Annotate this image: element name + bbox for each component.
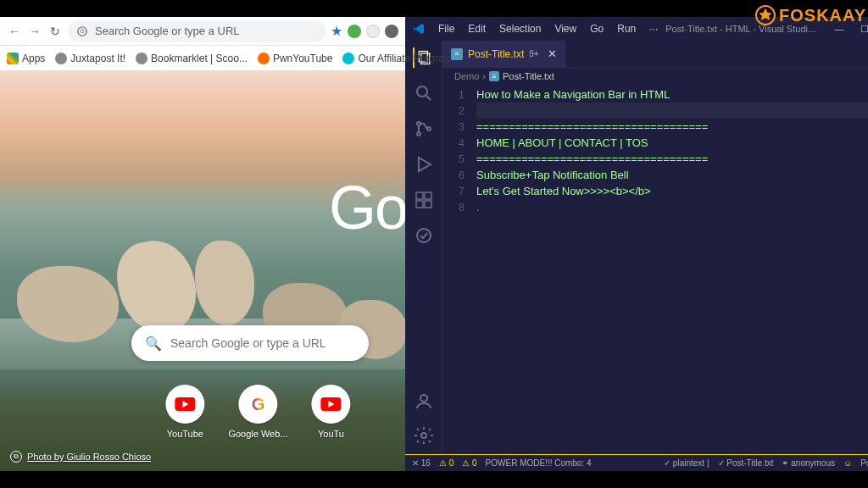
svg-rect-12	[425, 201, 431, 208]
status-warnings-2[interactable]: ⚠ 0	[462, 458, 476, 468]
breadcrumb-file[interactable]: Post-Title.txt	[503, 71, 554, 81]
vscode-window: File Edit Selection View Go Run ··· Post…	[405, 17, 868, 471]
code-line: ====================================	[476, 152, 708, 165]
extension-icon-3[interactable]	[385, 25, 398, 38]
account-icon[interactable]	[414, 391, 434, 412]
credit-text: Photo by Giulio Rosso Chioso	[27, 452, 151, 462]
bookmark-label: PwnYouTube	[273, 53, 333, 64]
menu-more[interactable]: ···	[643, 19, 664, 38]
address-bar[interactable]: G Search Google or type a URL	[68, 20, 326, 42]
extension-icon-2[interactable]	[366, 25, 380, 38]
svg-rect-10	[416, 192, 423, 199]
svg-rect-11	[416, 201, 423, 208]
bookmark-bookmarklet[interactable]: Bookmarklet | Scoo...	[136, 53, 248, 64]
svg-rect-13	[425, 192, 431, 199]
activity-bar	[405, 41, 442, 454]
bookmark-affiliate[interactable]: Our Affiliate Progra...	[342, 53, 452, 64]
bookmark-label: Our Affiliate Progra...	[358, 53, 452, 64]
menu-file[interactable]: File	[432, 19, 460, 38]
tab-close-icon[interactable]: ✕	[548, 47, 557, 60]
line-gutter: 12345678	[442, 85, 476, 454]
bookmark-label: Juxtapost It!	[70, 53, 125, 64]
bookmark-apps[interactable]: Apps	[7, 53, 45, 64]
menu-go[interactable]: Go	[584, 19, 609, 38]
shortcut-youtube-2[interactable]: YouTu	[312, 385, 351, 439]
code-editor[interactable]: 12345678 How to Make a Navigation Bar in…	[442, 85, 868, 454]
reload-button[interactable]: ↻	[47, 24, 63, 39]
chrome-window: ← → ↻ G Search Google or type a URL ★ Ap…	[0, 17, 405, 471]
google-logo: Goo	[329, 173, 405, 242]
menu-selection[interactable]: Selection	[493, 19, 547, 38]
bookmark-juxtapost[interactable]: Juxtapost It!	[55, 53, 125, 64]
shortcut-label: YouTube	[167, 429, 203, 439]
watermark-logo: FOSKAAY	[755, 5, 866, 25]
menu-run[interactable]: Run	[611, 19, 642, 38]
svg-text:G: G	[80, 28, 84, 34]
vscode-icon	[412, 22, 426, 36]
photo-credit[interactable]: ⧉ Photo by Giulio Rosso Chioso	[10, 451, 151, 463]
forward-button[interactable]: →	[27, 24, 42, 39]
bookmark-icon	[258, 53, 270, 64]
code-line	[476, 103, 868, 119]
svg-point-14	[417, 229, 431, 242]
status-port[interactable]: Port : 5500	[860, 458, 868, 468]
svg-point-6	[417, 122, 420, 125]
tab-post-title[interactable]: ≡ Post-Title.txt 9+ ✕	[442, 41, 565, 68]
youtube-icon	[321, 397, 342, 411]
svg-point-16	[421, 433, 426, 438]
search-icon[interactable]	[414, 83, 434, 103]
settings-icon[interactable]	[414, 425, 434, 446]
tab-filename: Post-Title.txt	[468, 48, 524, 60]
search-icon: 🔍	[145, 336, 162, 352]
shortcut-label: Google Web...	[228, 429, 287, 439]
code-line: .	[476, 201, 480, 214]
debug-icon[interactable]	[414, 154, 434, 175]
link-icon: ⧉	[10, 451, 22, 463]
status-liveshare[interactable]: ⚭ anonymous	[782, 458, 834, 468]
watermark-icon	[755, 5, 776, 25]
svg-line-5	[426, 96, 431, 100]
code-content[interactable]: How to Make a Navigation Bar in HTML ===…	[476, 85, 868, 454]
status-language[interactable]: ✓ plaintext |	[664, 458, 709, 468]
extension-icon-1[interactable]	[348, 25, 361, 38]
code-line: How to Make a Navigation Bar in HTML	[476, 88, 670, 101]
status-errors[interactable]: ✕ 16	[412, 458, 431, 468]
breadcrumb-folder[interactable]: Demo	[454, 71, 479, 81]
breadcrumbs[interactable]: Demo › ≡Post-Title.txt	[442, 68, 868, 85]
svg-point-7	[417, 132, 420, 136]
code-line: Let's Get Started Now>>>><b></b>	[476, 185, 651, 197]
status-filename[interactable]: ✓ Post-Title.txt	[718, 458, 774, 468]
bookmark-icon	[136, 53, 147, 64]
extensions-icon[interactable]	[414, 190, 434, 210]
source-control-icon[interactable]	[414, 119, 434, 139]
svg-point-15	[420, 395, 427, 402]
shortcut-google-web[interactable]: G Google Web...	[228, 385, 287, 439]
liveshare-icon[interactable]	[414, 225, 434, 246]
search-box[interactable]: 🔍 Search Google or type a URL	[131, 325, 369, 361]
status-feedback-icon[interactable]: ☺	[843, 458, 852, 468]
bookmark-icon	[55, 53, 67, 64]
file-icon: ≡	[451, 48, 463, 60]
menu-edit[interactable]: Edit	[462, 19, 492, 38]
menu-view[interactable]: View	[548, 19, 582, 38]
svg-point-8	[427, 127, 431, 130]
shortcuts-row: YouTube G Google Web... YouTu	[165, 385, 350, 439]
bookmark-label: Bookmarklet | Scoo...	[151, 53, 248, 64]
svg-marker-9	[419, 158, 431, 171]
google-icon: G	[76, 25, 88, 37]
code-line: ====================================	[476, 120, 708, 133]
new-tab-page: Goo 🔍 Search Google or type a URL YouTub…	[0, 71, 405, 471]
bookmark-pwnyoutube[interactable]: PwnYouTube	[258, 53, 333, 64]
status-powermode[interactable]: POWER MODE!!! Combo: 4	[486, 458, 592, 468]
address-placeholder: Search Google or type a URL	[95, 25, 240, 37]
shortcut-youtube[interactable]: YouTube	[165, 385, 204, 439]
status-warnings[interactable]: ⚠ 0	[439, 458, 453, 468]
file-icon: ≡	[489, 71, 499, 81]
editor-tabs: ≡ Post-Title.txt 9+ ✕ ◫ ···	[442, 41, 868, 68]
apps-icon	[7, 53, 19, 64]
svg-point-4	[417, 86, 427, 97]
google-icon: G	[252, 395, 265, 414]
shortcut-label: YouTu	[318, 429, 344, 439]
bookmark-star-icon[interactable]: ★	[331, 23, 342, 39]
back-button[interactable]: ←	[7, 24, 22, 39]
